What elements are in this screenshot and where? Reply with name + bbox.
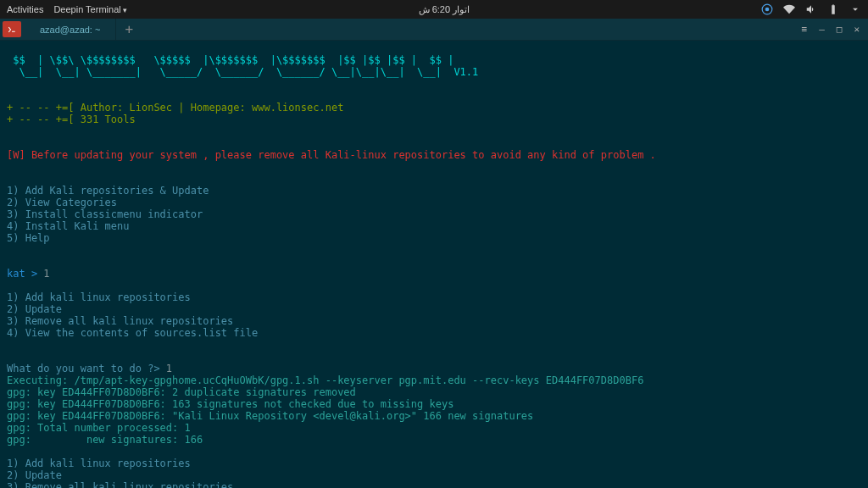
- new-tab-button[interactable]: +: [116, 19, 142, 40]
- ascii-art-line: $$ | \$$\ \$$$$$$$$ \$$$$$ |\$$$$$$$ |\$…: [7, 54, 453, 66]
- close-button[interactable]: ✕: [854, 24, 860, 35]
- activities-button[interactable]: Activities: [7, 4, 43, 14]
- menu-item: 3) Install classicmenu indicator: [7, 208, 203, 220]
- power-icon[interactable]: [849, 3, 861, 15]
- submenu-item: 2) Update: [7, 303, 62, 315]
- submenu-item: 1) Add kali linux repositories: [7, 291, 191, 303]
- terminal-tabbar: azad@azad: ~ + ≡ — □ ✕: [0, 19, 868, 41]
- submenu-item: 1) Add kali linux repositories: [7, 458, 191, 469]
- submenu-item: 4) View the contents of sources.list fil…: [7, 327, 258, 339]
- exec-line: gpg: new signatures: 166: [7, 434, 203, 446]
- info-line: + -- -- +=[ Author: LionSec | Homepage: …: [7, 102, 343, 114]
- maximize-button[interactable]: □: [837, 24, 843, 35]
- terminal-output[interactable]: $$ | \$$\ \$$$$$$$$ \$$$$$ |\$$$$$$$ |\$…: [0, 41, 868, 488]
- svg-rect-2: [7, 25, 17, 35]
- window-controls: ≡ — □ ✕: [802, 19, 869, 40]
- terminal-tab[interactable]: azad@azad: ~: [25, 19, 116, 40]
- exec-line: gpg: key ED444FF07D8D0BF6: 163 signature…: [7, 398, 453, 410]
- menu-item: 1) Add Kali repositories & Update: [7, 185, 209, 197]
- tab-title: azad@azad: ~: [40, 25, 100, 35]
- submenu-item: 3) Remove all kali linux repositories: [7, 315, 233, 327]
- svg-point-1: [765, 8, 770, 12]
- gnome-topbar: Activities Deepin Terminal▾ اتوار 6:20 ش: [0, 0, 868, 19]
- menu-item: 4) Install Kali menu: [7, 220, 130, 232]
- menu-item: 5) Help: [7, 232, 50, 244]
- exec-line: gpg: key ED444FF07D8D0BF6: "Kali Linux R…: [7, 410, 533, 422]
- warning-line: [W] Before updating your system , please…: [7, 149, 656, 161]
- terminal-app-icon[interactable]: [3, 21, 21, 37]
- menu-item: 2) View Categories: [7, 197, 117, 208]
- submenu-item: 3) Remove all kali linux repositories: [7, 481, 233, 488]
- submenu-item: 2) Update: [7, 469, 62, 481]
- menu-icon[interactable]: ≡: [802, 24, 808, 35]
- prompt-prefix: What do you want to do ?>: [7, 363, 166, 374]
- prompt-input: 1: [166, 363, 172, 374]
- prompt-input: 1: [43, 268, 49, 280]
- network-icon[interactable]: [783, 3, 795, 15]
- exec-line: Executing: /tmp/apt-key-gpghome.ucCqHuOW…: [7, 374, 643, 386]
- volume-icon[interactable]: [805, 3, 817, 15]
- chrome-tray-icon[interactable]: [761, 3, 773, 15]
- exec-line: gpg: Total number processed: 1: [7, 422, 191, 434]
- app-menu[interactable]: Deepin Terminal▾: [53, 4, 126, 14]
- clock[interactable]: اتوار 6:20 ش: [419, 4, 470, 14]
- prompt-prefix: kat >: [7, 268, 43, 280]
- ascii-art-line: \__| \__| \_______| \_____/ \______/ \__…: [7, 66, 478, 78]
- exec-line: gpg: key ED444FF07D8D0BF6: 2 duplicate s…: [7, 386, 356, 398]
- battery-icon[interactable]: [827, 3, 839, 15]
- app-menu-label: Deepin Terminal: [53, 4, 120, 14]
- info-line: + -- -- +=[ 331 Tools: [7, 114, 136, 125]
- minimize-button[interactable]: —: [819, 24, 825, 35]
